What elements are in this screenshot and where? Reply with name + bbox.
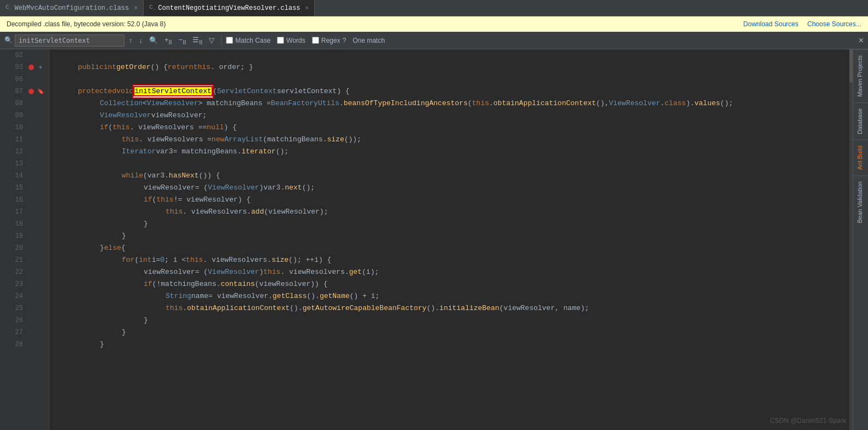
- line-num-06: 06: [0, 76, 26, 83]
- line-num-25: 25: [0, 305, 26, 312]
- line-num-17: 17: [0, 208, 26, 216]
- search-minus-button[interactable]: −II: [177, 35, 189, 47]
- search-find-button[interactable]: 🔍: [147, 35, 160, 45]
- match-case-label: Match Case: [235, 37, 270, 44]
- gutter-row-10: 10: [0, 122, 49, 134]
- right-sidebar: Maven Projects Database Ant Build Bean V…: [853, 49, 868, 430]
- code-line-22: viewResolver = ( ViewResolver ) this . v…: [56, 266, 853, 278]
- search-input[interactable]: [15, 35, 124, 47]
- scroll-thumb[interactable]: [849, 49, 853, 82]
- tab-content-negotiating[interactable]: C☆ ContentNegotiatingViewResolver.class …: [144, 0, 315, 16]
- code-line-07: protected void initServletContext ( Serv…: [56, 85, 853, 98]
- tab-webmvc[interactable]: C☆ WebMvcAutoConfiguration.class ×: [0, 0, 144, 16]
- line-num-15: 15: [0, 184, 26, 192]
- code-line-09: ViewResolver viewResolver ;: [56, 110, 853, 122]
- line-gutter: 02 03 + 06 07 🔖 08 09 10: [0, 49, 49, 430]
- code-line-02: [56, 49, 853, 61]
- sidebar-tab-bean[interactable]: Bean Validation: [853, 175, 868, 228]
- code-line-26: }: [56, 314, 853, 326]
- line-num-16: 16: [0, 196, 26, 204]
- line-num-21: 21: [0, 256, 26, 264]
- line-num-19: 19: [0, 232, 26, 240]
- regex-label: Regex: [321, 37, 341, 44]
- sidebar-tab-database[interactable]: Database: [853, 102, 868, 140]
- search-close-button[interactable]: ×: [859, 36, 864, 45]
- search-regex-option[interactable]: Regex: [312, 37, 341, 44]
- sidebar-tab-maven[interactable]: Maven Projects: [853, 49, 868, 102]
- kw-public: public: [78, 61, 104, 73]
- gutter-row-06: 06: [0, 73, 49, 85]
- gutter-row-19: 19: [0, 230, 49, 242]
- highlighted-initServletContext: initServletContext: [134, 87, 211, 95]
- line-num-14: 14: [0, 172, 26, 180]
- gutter-row-08: 08: [0, 98, 49, 110]
- gutter-row-12: 12: [0, 146, 49, 158]
- code-line-13: [56, 158, 853, 170]
- line-num-11: 11: [0, 136, 26, 144]
- gutter-row-03: 03 +: [0, 61, 49, 73]
- search-help-button[interactable]: ?: [342, 37, 346, 44]
- gutter-row-22: 22: [0, 266, 49, 278]
- gutter-row-23: 23: [0, 278, 49, 290]
- code-area: public int getOrder () { return this . o…: [49, 49, 853, 430]
- gutter-row-16: 16: [0, 194, 49, 206]
- line-marker-03: [26, 65, 36, 70]
- gutter-row-25: 25: [0, 302, 49, 314]
- search-icon: 🔍: [4, 36, 13, 44]
- tab-close-content[interactable]: ×: [305, 5, 309, 12]
- gutter-row-07: 07 🔖: [0, 85, 49, 98]
- search-result-button[interactable]: ☰II: [190, 35, 205, 47]
- line-num-07: 07: [0, 88, 26, 95]
- decompiled-banner: Decompiled .class file, bytecode version…: [0, 16, 868, 32]
- vertical-scrollbar[interactable]: [849, 49, 853, 430]
- search-prev-button[interactable]: ↑: [127, 35, 135, 45]
- gutter-row-13: 13: [0, 158, 49, 170]
- line-marker-07: [26, 89, 36, 94]
- tab-label-webmvc: WebMvcAutoConfiguration.class: [14, 4, 129, 12]
- line-num-23: 23: [0, 280, 26, 288]
- code-line-03: public int getOrder () { return this . o…: [56, 61, 853, 73]
- search-filter-button[interactable]: ▽: [207, 35, 217, 45]
- gutter-btn-03[interactable]: +: [36, 64, 45, 72]
- gutter-row-26: 26: [0, 314, 49, 326]
- line-num-27: 27: [0, 329, 26, 336]
- code-line-16: if ( this != viewResolver) {: [56, 194, 853, 206]
- search-match-case-option[interactable]: Match Case: [226, 37, 270, 44]
- gutter-row-28: 28: [0, 339, 49, 351]
- line-num-20: 20: [0, 244, 26, 252]
- line-num-10: 10: [0, 124, 26, 131]
- line-num-18: 18: [0, 220, 26, 228]
- watermark: CSDN @Daniel521-Spark: [770, 417, 846, 425]
- regex-checkbox[interactable]: [312, 37, 319, 44]
- line-num-03: 03: [0, 64, 26, 71]
- gutter-row-14: 14: [0, 170, 49, 182]
- line-num-24: 24: [0, 293, 26, 300]
- code-line-15: viewResolver = ( ViewResolver )var3. nex…: [56, 182, 853, 194]
- download-sources-link[interactable]: Download Sources: [744, 20, 799, 28]
- words-checkbox[interactable]: [277, 37, 284, 44]
- choose-sources-link[interactable]: Choose Sources...: [807, 20, 861, 28]
- code-line-14: while (var3. hasNext ()) {: [56, 170, 853, 182]
- words-label: Words: [286, 37, 305, 44]
- search-plus-button[interactable]: +II: [162, 35, 174, 47]
- tab-icon-webmvc: C☆: [5, 4, 12, 12]
- sidebar-tab-ant[interactable]: Ant Build: [853, 140, 868, 175]
- code-line-28: }: [56, 339, 853, 351]
- editor-container: 02 03 + 06 07 🔖 08 09 10: [0, 49, 868, 430]
- tab-close-webmvc[interactable]: ×: [134, 5, 138, 12]
- breakpoint-07: [29, 89, 34, 94]
- banner-text: Decompiled .class file, bytecode version…: [7, 20, 166, 28]
- tab-bar: C☆ WebMvcAutoConfiguration.class × C☆ Co…: [0, 0, 868, 16]
- tab-label-content: ContentNegotiatingViewResolver.class: [158, 4, 300, 12]
- search-bar: 🔍 ↑ ↓ 🔍 +II −II ☰II ▽ Match Case Words R…: [0, 32, 868, 49]
- gutter-btn-07[interactable]: 🔖: [36, 88, 45, 95]
- search-words-option[interactable]: Words: [277, 37, 305, 44]
- match-case-checkbox[interactable]: [226, 37, 233, 44]
- kw-int: int: [104, 61, 116, 73]
- code-line-08: Collection < ViewResolver > matchingBean…: [56, 98, 853, 110]
- method-getOrder: getOrder: [116, 61, 150, 73]
- gutter-row-24: 24: [0, 290, 49, 302]
- code-line-21: for ( int i = 0 ; i < this . viewResolve…: [56, 254, 853, 266]
- search-next-button[interactable]: ↓: [137, 35, 145, 45]
- gutter-row-20: 20: [0, 242, 49, 254]
